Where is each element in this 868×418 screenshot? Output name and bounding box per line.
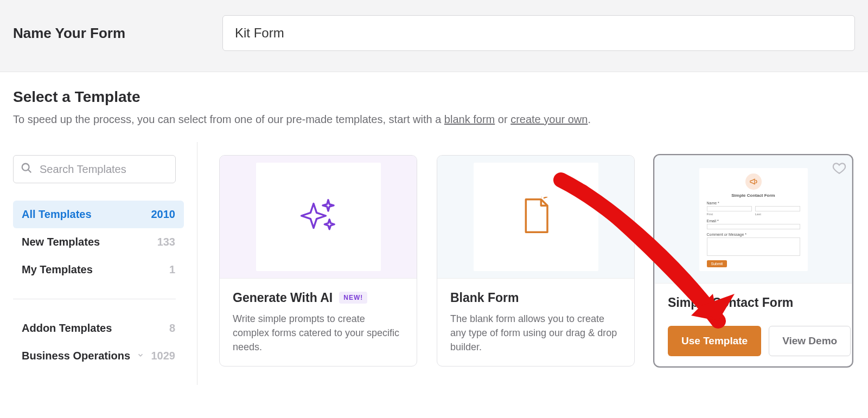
new-badge: NEW! bbox=[339, 292, 367, 304]
card-preview: Simple Contact Form Name * First Last Em… bbox=[655, 156, 852, 284]
card-preview bbox=[220, 156, 417, 279]
category-my-templates[interactable]: My Templates 1 bbox=[13, 256, 184, 284]
category-list-primary: All Templates 2010 New Templates 133 My … bbox=[13, 201, 184, 284]
preview-submit-button: Submit bbox=[707, 260, 727, 267]
preview-title: Simple Contact Form bbox=[707, 193, 800, 198]
category-new-templates[interactable]: New Templates 133 bbox=[13, 228, 184, 256]
card-description: Write simple prompts to create complex f… bbox=[233, 312, 404, 354]
category-count: 2010 bbox=[151, 208, 176, 221]
form-name-input[interactable] bbox=[222, 15, 855, 51]
subtitle-text-pre: To speed up the process, you can select … bbox=[13, 113, 444, 125]
template-card-blank[interactable]: Blank Form The blank form allows you to … bbox=[437, 155, 635, 366]
card-preview bbox=[437, 156, 634, 279]
category-list-secondary: Addon Templates 8 Business Operations 10… bbox=[13, 314, 184, 370]
sidebar-divider bbox=[13, 299, 176, 299]
preview-comment-label: Comment or Message * bbox=[707, 233, 800, 236]
subtitle-text-end: . bbox=[588, 113, 591, 125]
preview-last-label: Last bbox=[755, 213, 800, 216]
select-template-title: Select a Template bbox=[13, 88, 855, 106]
card-title: Blank Form bbox=[450, 291, 519, 305]
card-title: Generate With AI bbox=[233, 291, 333, 305]
favorite-heart-icon[interactable] bbox=[832, 161, 846, 177]
category-business-operations[interactable]: Business Operations 1029 bbox=[13, 342, 184, 370]
category-label: My Templates bbox=[22, 263, 93, 276]
template-gallery: Generate With AI NEW! Write simple promp… bbox=[197, 142, 868, 385]
search-icon bbox=[21, 162, 33, 176]
template-card-generate-ai[interactable]: Generate With AI NEW! Write simple promp… bbox=[219, 155, 417, 366]
category-label: Addon Templates bbox=[22, 322, 112, 335]
subtitle-text-mid: or bbox=[495, 113, 510, 125]
category-label: All Templates bbox=[22, 208, 92, 221]
select-template-section: Select a Template To speed up the proces… bbox=[0, 72, 868, 126]
category-all-templates[interactable]: All Templates 2010 bbox=[13, 201, 184, 228]
sparkles-icon bbox=[299, 196, 338, 237]
select-template-subtitle: To speed up the process, you can select … bbox=[13, 113, 855, 126]
category-count: 1 bbox=[169, 263, 175, 276]
preview-name-label: Name * bbox=[707, 201, 800, 205]
template-card-simple-contact[interactable]: Simple Contact Form Name * First Last Em… bbox=[654, 155, 852, 366]
file-icon bbox=[520, 197, 552, 237]
preview-first-label: First bbox=[707, 213, 752, 216]
megaphone-icon bbox=[745, 173, 762, 190]
category-count: 133 bbox=[157, 236, 175, 248]
card-title: Simple Contact Form bbox=[668, 295, 793, 310]
name-form-bar: Name Your Form bbox=[0, 0, 868, 72]
svg-point-0 bbox=[22, 164, 29, 171]
blank-form-link[interactable]: blank form bbox=[444, 113, 495, 125]
category-count: 8 bbox=[169, 322, 175, 335]
category-addon-templates[interactable]: Addon Templates 8 bbox=[13, 314, 184, 342]
svg-line-1 bbox=[28, 170, 31, 172]
preview-email-label: Email * bbox=[707, 219, 800, 223]
view-demo-button[interactable]: View Demo bbox=[769, 326, 851, 356]
chevron-down-icon bbox=[137, 351, 144, 361]
use-template-button[interactable]: Use Template bbox=[668, 326, 761, 356]
category-label: Business Operations bbox=[22, 350, 130, 362]
sidebar: All Templates 2010 New Templates 133 My … bbox=[13, 142, 197, 385]
search-templates-input[interactable] bbox=[13, 155, 176, 183]
svg-line-3 bbox=[544, 197, 547, 198]
category-count: 1029 bbox=[151, 350, 176, 362]
category-label: New Templates bbox=[22, 236, 100, 248]
name-form-label: Name Your Form bbox=[13, 25, 222, 42]
create-your-own-link[interactable]: create your own bbox=[510, 113, 588, 125]
card-description: The blank form allows you to create any … bbox=[450, 312, 621, 354]
